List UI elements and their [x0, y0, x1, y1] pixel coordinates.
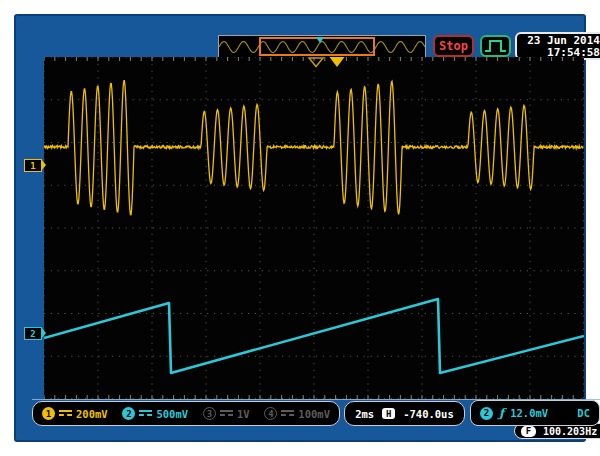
acquisition-preview-bar[interactable] [218, 35, 426, 58]
channel-settings-bar: 1 200mV 2 500mV 3 1V 4 100mV [32, 401, 340, 426]
ch2-settings[interactable]: 2 500mV [122, 407, 188, 420]
ch2-badge: 2 [122, 407, 135, 420]
trigger-settings-bar[interactable]: 2 ƒ 12.0mV DC [470, 400, 600, 426]
scope-front-panel: Stop 23 Jun 2014 17:54:58 F 100.203Hz 1 … [14, 14, 586, 442]
run-stop-status-button[interactable]: Stop [433, 35, 474, 57]
ch2-ground-marker[interactable]: 2 [24, 327, 42, 340]
ch1-ground-marker[interactable]: 1 [24, 159, 42, 172]
pulse-icon [482, 37, 509, 55]
dc-coupling-icon [59, 410, 72, 418]
timebase-bar[interactable]: 2ms H -740.0us [344, 401, 465, 426]
trigger-level-label: 12.0mV [510, 407, 548, 419]
dc-coupling-icon [281, 410, 294, 418]
dc-coupling-icon [220, 410, 233, 418]
freq-counter-value: 100.203Hz [543, 426, 597, 437]
ch1-badge: 1 [42, 407, 55, 420]
freq-counter-icon: F [521, 426, 536, 437]
timebase-scale-label: 2ms [355, 408, 374, 420]
ch3-badge: 3 [203, 407, 216, 420]
timebase-delay-label: -740.0us [403, 408, 454, 420]
horizontal-position-icon: H [382, 408, 395, 419]
waveform-plot [44, 57, 584, 399]
waveform-screen: F 100.203Hz [44, 57, 584, 399]
datetime-display: 23 Jun 2014 17:54:58 [515, 32, 600, 60]
ch4-badge: 4 [264, 407, 277, 420]
ch4-settings[interactable]: 4 100mV [264, 407, 330, 420]
trigger-mode-button[interactable] [480, 35, 511, 57]
trigger-slope-icon: ƒ [499, 406, 504, 420]
dc-coupling-icon [139, 410, 152, 418]
trigger-coupling-label: DC [577, 407, 590, 419]
ch1-scale-label: 200mV [76, 408, 108, 420]
ch1-settings[interactable]: 1 200mV [42, 407, 108, 420]
ch2-scale-label: 500mV [156, 408, 188, 420]
trigger-source-badge: 2 [480, 407, 493, 420]
ch3-scale-label: 1V [237, 408, 250, 420]
ch3-settings[interactable]: 3 1V [203, 407, 250, 420]
ch4-scale-label: 100mV [298, 408, 330, 420]
preview-trigger-marker-icon [316, 37, 324, 43]
